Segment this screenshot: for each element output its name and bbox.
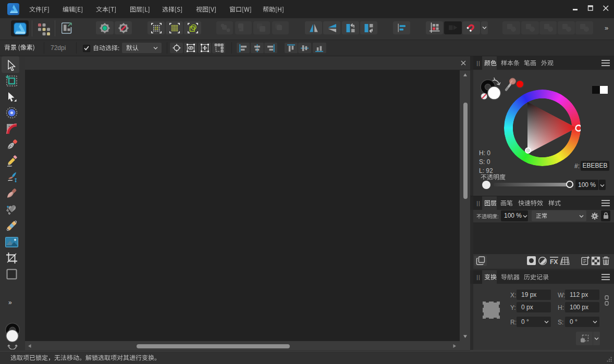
svg-text:FX: FX [550,258,558,266]
